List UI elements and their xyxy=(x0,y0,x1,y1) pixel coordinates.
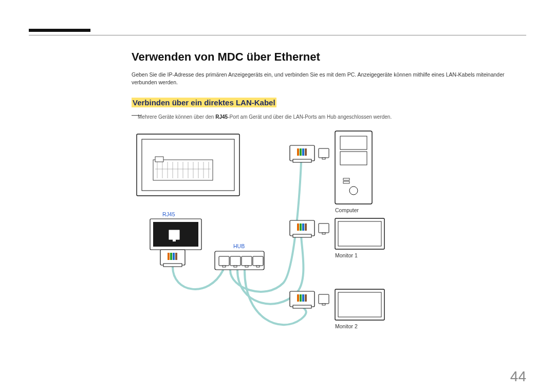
svg-rect-38 xyxy=(338,292,381,317)
subheading: Verbinden über ein direktes LAN-Kabel xyxy=(132,98,276,107)
connection-diagram: RJ45 HUB Computer Monitor 1 Monitor 2 xyxy=(132,129,409,345)
label-hub: HUB xyxy=(233,243,245,249)
note-text: Mehrere Geräte können über den RJ45-Port… xyxy=(138,114,392,120)
note-suffix: -Port am Gerät und über die LAN-Ports am… xyxy=(228,114,392,120)
label-monitor1: Monitor 1 xyxy=(335,252,358,258)
svg-rect-31 xyxy=(340,152,367,165)
page-content: Verwenden von MDC über Ethernet Geben Si… xyxy=(132,50,526,345)
svg-rect-27 xyxy=(173,239,176,241)
rj45-plug-icon xyxy=(290,145,314,162)
diagram-svg xyxy=(132,129,409,345)
note-prefix: Mehrere Geräte können über den xyxy=(138,114,215,120)
header-rule xyxy=(29,35,526,35)
display-rear-icon xyxy=(137,134,239,196)
rj45-port-icon xyxy=(319,223,329,234)
note-line: ― Mehrere Geräte können über den RJ45-Po… xyxy=(138,111,526,121)
svg-rect-30 xyxy=(340,136,367,150)
svg-point-32 xyxy=(349,186,358,195)
svg-rect-34 xyxy=(343,178,349,180)
monitor1-icon xyxy=(335,218,384,249)
svg-rect-26 xyxy=(169,230,180,240)
label-monitor2: Monitor 2 xyxy=(335,323,358,329)
rj45-plug-icon xyxy=(290,220,314,237)
svg-rect-33 xyxy=(343,181,349,183)
note-bold: RJ45 xyxy=(215,114,228,120)
label-computer: Computer xyxy=(335,207,359,213)
note-dash-icon: ― xyxy=(132,109,141,120)
svg-rect-23 xyxy=(155,157,163,162)
page-number: 44 xyxy=(510,368,526,385)
monitor2-icon xyxy=(335,289,384,320)
intro-paragraph: Geben Sie die IP-Adresse des primären An… xyxy=(132,71,512,86)
rj45-plug-icon xyxy=(290,291,314,308)
rj45-port-icon xyxy=(319,148,329,159)
header-accent-bar xyxy=(29,29,90,32)
page-title: Verwenden von MDC über Ethernet xyxy=(132,50,526,64)
hub-icon xyxy=(215,251,264,270)
rj45-closeup-icon xyxy=(150,219,201,250)
svg-rect-36 xyxy=(338,221,381,246)
computer-icon xyxy=(335,131,372,204)
rj45-plug-icon xyxy=(160,250,185,267)
label-rj45: RJ45 xyxy=(162,211,175,217)
rj45-port-icon xyxy=(319,294,329,305)
